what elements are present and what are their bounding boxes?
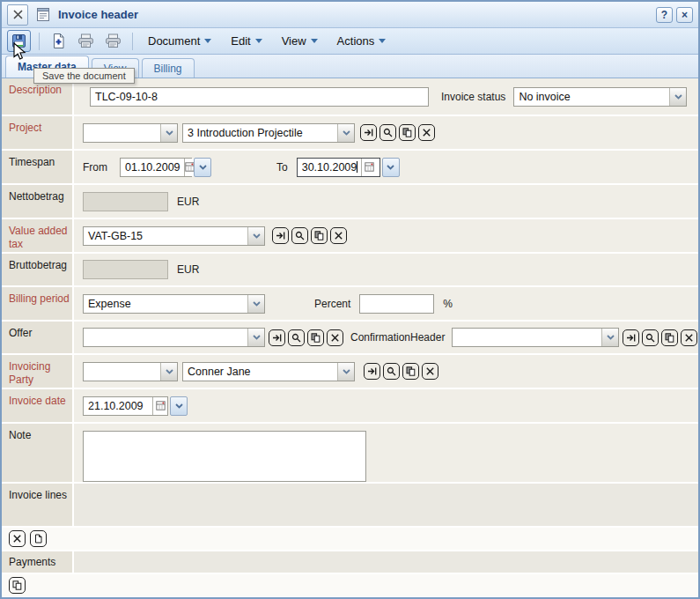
bruttobetrag-label: Bruttobetrag (2, 254, 74, 285)
project-row: Project 3 Introduction Projectile (2, 116, 698, 151)
menu-edit[interactable]: Edit (224, 34, 269, 48)
note-textarea[interactable] (83, 431, 366, 482)
project-select-1[interactable] (83, 123, 178, 143)
clear-button[interactable] (422, 363, 438, 380)
print-preview-button[interactable] (102, 31, 124, 52)
goto-icon (276, 231, 285, 240)
search-icon (291, 333, 301, 343)
to-date-input[interactable]: 30.10.2009 (297, 158, 380, 177)
chevron-down-icon (387, 165, 394, 170)
select-value (84, 363, 160, 381)
copy-icon (311, 333, 321, 343)
toolbar-separator (39, 33, 40, 50)
from-date-input[interactable]: 01.10.2009 (120, 158, 192, 177)
menu-label: Document (148, 34, 200, 48)
date-dropdown-button[interactable] (382, 158, 400, 177)
timespan-label: Timespan (2, 151, 74, 183)
search-button[interactable] (383, 363, 400, 380)
close-window-button[interactable]: × (676, 7, 693, 23)
copy-button[interactable] (307, 329, 324, 346)
copy-button[interactable] (661, 329, 678, 346)
invoice-lines-area (74, 484, 698, 526)
menu-view[interactable]: View (275, 34, 325, 48)
goto-button[interactable] (272, 227, 289, 244)
calendar-button[interactable] (152, 397, 167, 415)
invoicing-party-select-1[interactable] (83, 362, 178, 381)
printer-icon (77, 33, 95, 48)
goto-button[interactable] (269, 329, 285, 346)
date-dropdown-button[interactable] (170, 396, 188, 416)
clear-button[interactable] (327, 329, 343, 346)
menu-actions[interactable]: Actions (330, 34, 394, 48)
invoice-date-label: Invoice date (2, 389, 74, 422)
chevron-down-icon (247, 329, 264, 346)
invoice-status-select[interactable]: No invoice (513, 87, 687, 107)
description-row: Description TLC-09-10-8 Invoice status N… (2, 78, 698, 116)
vat-row: Value added tax VAT-GB-15 (2, 219, 698, 254)
billing-period-select[interactable]: Expense (83, 294, 265, 314)
clear-button[interactable] (418, 124, 435, 141)
select-value: No invoice (514, 88, 669, 106)
vat-select[interactable]: VAT-GB-15 (83, 226, 265, 246)
chevron-down-icon (204, 39, 211, 43)
print-button[interactable] (75, 31, 97, 52)
percent-input[interactable] (359, 294, 434, 314)
new-document-button[interactable] (48, 31, 70, 52)
invoice-header-window: Invoice header ? × (0, 0, 700, 599)
goto-button[interactable] (364, 363, 380, 380)
close-icon (12, 9, 24, 20)
save-button[interactable] (7, 30, 31, 52)
search-button[interactable] (291, 227, 308, 244)
offer-label: Offer (2, 322, 74, 353)
project-select-2[interactable]: 3 Introduction Projectile (182, 123, 355, 143)
invoicing-party-select-2[interactable]: Conner Jane (182, 362, 355, 381)
select-value (84, 329, 247, 346)
chevron-down-icon (160, 363, 177, 381)
calendar-button[interactable] (361, 159, 376, 176)
date-dropdown-button[interactable] (194, 158, 211, 177)
percent-label: Percent (314, 298, 350, 310)
billing-period-label: Billing period (2, 287, 74, 320)
chevron-down-icon (175, 403, 183, 409)
close-document-button[interactable] (7, 4, 28, 26)
clear-button[interactable] (330, 227, 347, 244)
search-button[interactable] (288, 329, 305, 346)
copy-pages-icon (12, 581, 22, 590)
timespan-row: Timespan From 01.10.2009 To 30.10.2009 (2, 151, 698, 185)
search-icon (645, 333, 655, 343)
offer-row: Offer ConfirmationHeader (2, 322, 698, 355)
invoicing-party-label: Invoicing Party (2, 355, 74, 388)
bruttobetrag-row: Bruttobetrag EUR (2, 254, 698, 287)
clear-button[interactable] (681, 329, 697, 346)
copy-button[interactable] (402, 363, 419, 380)
copy-button[interactable] (399, 124, 416, 141)
calendar-icon (185, 162, 195, 172)
new-line-button[interactable] (30, 530, 47, 547)
invoice-date-input[interactable]: 21.10.2009 (83, 396, 168, 416)
description-input[interactable]: TLC-09-10-8 (90, 87, 429, 107)
calendar-icon (156, 401, 166, 410)
menu-document[interactable]: Document (141, 34, 218, 48)
copy-button[interactable] (311, 227, 328, 244)
payments-area (74, 551, 698, 573)
copy-payment-button[interactable] (9, 577, 26, 594)
date-value: 01.10.2009 (125, 161, 181, 174)
nettobetrag-row: Nettobetrag EUR (2, 185, 698, 219)
menu-label: View (282, 34, 306, 48)
nettobetrag-label: Nettobetrag (2, 185, 74, 218)
offer-select[interactable] (83, 328, 265, 347)
search-button[interactable] (379, 124, 396, 141)
calendar-button[interactable] (184, 159, 195, 176)
delete-line-button[interactable] (9, 530, 26, 547)
goto-button[interactable] (360, 124, 377, 141)
search-button[interactable] (642, 329, 659, 346)
note-row: Note (2, 424, 698, 484)
goto-button[interactable] (623, 329, 639, 346)
confirmation-header-select[interactable] (452, 328, 619, 347)
master-data-form: Description TLC-09-10-8 Invoice status N… (2, 78, 698, 599)
tab-billing[interactable]: Billing (142, 58, 195, 78)
help-button[interactable]: ? (656, 7, 673, 23)
vat-label: Value added tax (2, 219, 74, 252)
search-icon (387, 366, 396, 376)
select-value: 3 Introduction Projectile (183, 124, 337, 142)
